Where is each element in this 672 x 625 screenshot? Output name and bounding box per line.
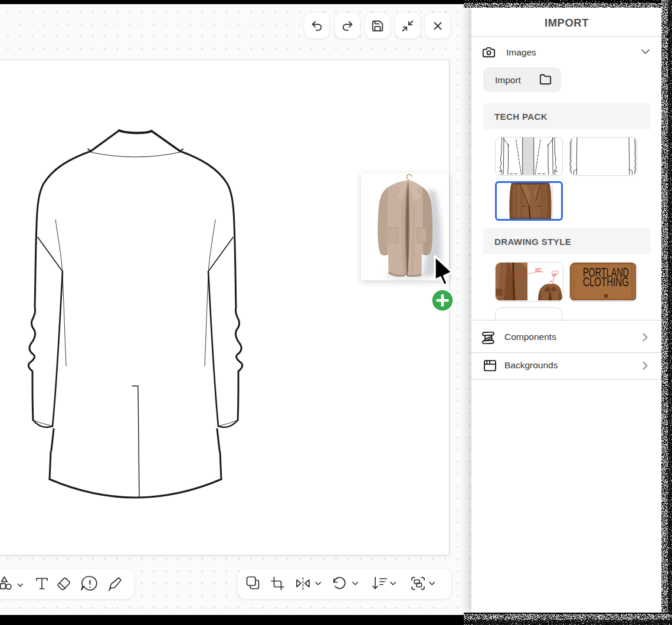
svg-text:Œ: Œ	[604, 293, 608, 299]
svg-text:CLOTHING: CLOTHING	[583, 275, 629, 289]
